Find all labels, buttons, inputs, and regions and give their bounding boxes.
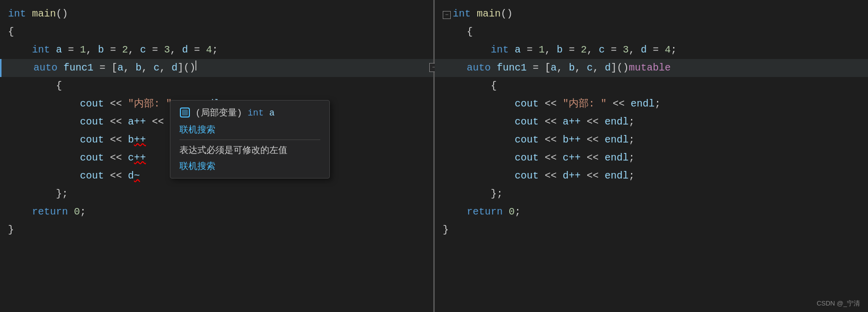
code-line-13: } bbox=[0, 221, 433, 239]
semi-r12: ; bbox=[515, 204, 521, 220]
op-r9b: << bbox=[581, 150, 605, 166]
keyword-int-r1: int bbox=[453, 6, 471, 22]
op-r3b: = bbox=[563, 42, 581, 58]
var-cout-l10: cout bbox=[80, 168, 104, 184]
indent-l3 bbox=[8, 42, 32, 58]
num-1-r3: 1 bbox=[539, 42, 545, 58]
right-code-line-13: } bbox=[435, 221, 868, 239]
var-c-l3: c bbox=[140, 42, 146, 58]
num-4-l3: 4 bbox=[206, 42, 212, 58]
indent-r11 bbox=[443, 186, 491, 202]
semi-r6: ; bbox=[655, 96, 661, 112]
comma-r3c: , bbox=[629, 42, 641, 58]
indent-l5 bbox=[8, 78, 56, 94]
var-cout-r8: cout bbox=[515, 132, 539, 148]
editor-container: int main () { int a = 1 , b = 2 , c = 3 bbox=[0, 0, 868, 312]
op-l10a: << bbox=[104, 168, 128, 184]
left-editor-pane: int main () { int a = 1 , b = 2 , c = 3 bbox=[0, 0, 434, 312]
var-endl-r6: endl bbox=[631, 96, 655, 112]
op-l6a: << bbox=[104, 96, 128, 112]
comma-l3c: , bbox=[170, 42, 182, 58]
num-2-l3: 2 bbox=[122, 42, 128, 58]
space-l1 bbox=[26, 6, 32, 22]
tooltip-text: (局部变量) int a bbox=[195, 106, 274, 118]
space-r12 bbox=[503, 204, 509, 220]
indent-r12 bbox=[443, 204, 467, 220]
num-0-r12: 0 bbox=[509, 204, 515, 220]
cursor-l4 bbox=[195, 60, 196, 70]
keyword-auto-r4: auto bbox=[467, 60, 491, 76]
bracket-close-r4: ]() bbox=[611, 60, 629, 76]
op-r10a: << bbox=[539, 168, 563, 184]
keyword-int-r3: int bbox=[491, 42, 509, 58]
right-code-line-5: { bbox=[435, 77, 868, 95]
op-l7a: << bbox=[104, 114, 128, 130]
semi-r8: ; bbox=[629, 132, 635, 148]
var-endl-r8: endl bbox=[605, 132, 629, 148]
brace-open-r2: { bbox=[467, 24, 473, 40]
var-d-r4: d bbox=[605, 60, 611, 76]
fold-box-r1[interactable]: − bbox=[443, 11, 451, 19]
str-r6: "内部: " bbox=[563, 96, 607, 112]
var-tilde-l10: ~ bbox=[134, 168, 140, 184]
op-r6a: << bbox=[539, 96, 563, 112]
var-a-r4: a bbox=[551, 60, 557, 76]
var-b-r8: b++ bbox=[563, 132, 581, 148]
right-code-line-3: int a = 1 , b = 2 , c = 3 , d = 4 ; bbox=[435, 41, 868, 59]
code-line-2: { bbox=[0, 23, 433, 41]
var-d-l3: d bbox=[182, 42, 188, 58]
indent-l8 bbox=[8, 132, 80, 148]
num-1-l3: 1 bbox=[80, 42, 86, 58]
semi-l3: ; bbox=[212, 42, 218, 58]
keyword-return-r12: return bbox=[467, 204, 503, 220]
semi-r10: ; bbox=[629, 168, 635, 184]
var-a-r3: a bbox=[515, 42, 521, 58]
indent-r4 bbox=[443, 60, 467, 76]
semi-r7: ; bbox=[629, 114, 635, 130]
right-code-line-2: { bbox=[435, 23, 868, 41]
brace-close-r13: } bbox=[443, 222, 449, 238]
op-r7a: << bbox=[539, 114, 563, 130]
semi-r3: ; bbox=[671, 42, 677, 58]
right-code-line-9: cout << c++ << endl ; bbox=[435, 149, 868, 167]
comma-l3b: , bbox=[128, 42, 140, 58]
op-l3b: = bbox=[104, 42, 122, 58]
punc-r1: () bbox=[501, 6, 513, 22]
var-a-l4: a bbox=[117, 60, 123, 76]
indent-r8 bbox=[443, 132, 515, 148]
op-r6b: << bbox=[607, 96, 631, 112]
var-c-r3: c bbox=[599, 42, 605, 58]
op-r8b: << bbox=[581, 132, 605, 148]
op-l9a: << bbox=[104, 150, 128, 166]
code-line-5: { bbox=[0, 77, 433, 95]
watermark: CSDN @_宁清 bbox=[817, 299, 860, 308]
indent-l12 bbox=[8, 204, 32, 220]
var-cout-l7: cout bbox=[80, 114, 104, 130]
right-editor-pane: − int main () { int a = 1 , b = 2 , bbox=[435, 0, 868, 312]
right-code-line-12: return 0 ; bbox=[435, 203, 868, 221]
keyword-int-l1: int bbox=[8, 6, 26, 22]
code-line-12: return 0 ; bbox=[0, 203, 433, 221]
indent-r10 bbox=[443, 168, 515, 184]
var-pp-l8: ++ bbox=[134, 132, 146, 148]
num-4-r3: 4 bbox=[665, 42, 671, 58]
var-cout-r7: cout bbox=[515, 114, 539, 130]
indent-r9 bbox=[443, 150, 515, 166]
var-c-r9: c++ bbox=[563, 150, 581, 166]
var-c-l4: c bbox=[153, 60, 159, 76]
var-b-r4: b bbox=[569, 60, 575, 76]
num-3-l3: 3 bbox=[164, 42, 170, 58]
op-eq-l4: = bbox=[93, 60, 111, 76]
indent-l6 bbox=[8, 96, 80, 112]
tooltip-link-2[interactable]: 联机搜索 bbox=[179, 162, 215, 172]
tooltip-error-text: 表达式必须是可修改的左值 bbox=[179, 144, 320, 156]
fn-main-l1: main bbox=[32, 6, 56, 22]
var-cout-r10: cout bbox=[515, 168, 539, 184]
tooltip-link-1[interactable]: 联机搜索 bbox=[179, 124, 320, 136]
str-l6: "内部: " bbox=[128, 96, 172, 112]
right-code-line-10: cout << d++ << endl ; bbox=[435, 167, 868, 185]
var-cout-l6: cout bbox=[80, 96, 104, 112]
space-r4a bbox=[491, 60, 497, 76]
num-0-l12: 0 bbox=[74, 204, 80, 220]
var-a-r7: a++ bbox=[563, 114, 581, 130]
